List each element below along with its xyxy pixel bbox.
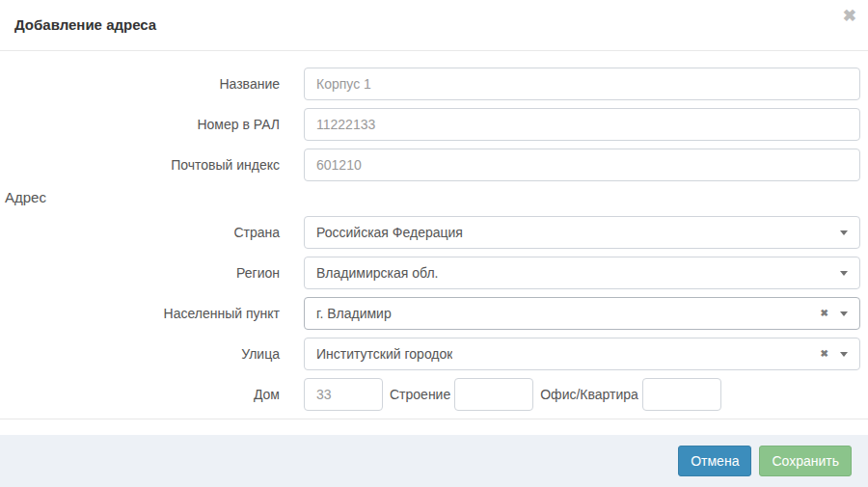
form-row-ral: Номер в РАЛ bbox=[0, 108, 860, 141]
modal-footer: Отмена Сохранить bbox=[0, 435, 868, 487]
postcode-input[interactable] bbox=[304, 149, 860, 181]
city-select-value: г. Владимир bbox=[316, 306, 392, 321]
form-row-street: Улица Институтский городок ✖ bbox=[0, 338, 860, 370]
postcode-label: Почтовый индекс bbox=[0, 157, 304, 173]
house-control: Строение Офис/Квартира bbox=[304, 378, 860, 411]
modal-header: Добавление адреса ✖ bbox=[0, 0, 868, 51]
city-control: г. Владимир ✖ bbox=[304, 297, 860, 330]
form-row-house: Дом Строение Офис/Квартира bbox=[0, 378, 860, 411]
modal-title: Добавление адреса bbox=[14, 15, 854, 35]
form-row-country: Страна Российская Федерация bbox=[0, 216, 860, 249]
city-select[interactable]: г. Владимир ✖ bbox=[304, 297, 860, 330]
modal-body: Название Номер в РАЛ Почтовый индекс Адр… bbox=[0, 51, 868, 411]
name-input[interactable] bbox=[304, 68, 860, 100]
chevron-down-icon bbox=[840, 230, 848, 235]
country-label: Страна bbox=[0, 225, 304, 240]
ral-control bbox=[304, 108, 860, 141]
country-select-value: Российская Федерация bbox=[316, 225, 463, 240]
building-label: Строение bbox=[390, 387, 450, 402]
country-control: Российская Федерация bbox=[304, 216, 860, 249]
form-row-city: Населенный пункт г. Владимир ✖ bbox=[0, 297, 860, 330]
name-control bbox=[304, 68, 860, 100]
footer-divider bbox=[0, 419, 868, 419]
region-control: Владимирская обл. bbox=[304, 257, 860, 289]
country-select[interactable]: Российская Федерация bbox=[304, 216, 860, 249]
clear-icon[interactable]: ✖ bbox=[821, 309, 828, 318]
street-select-value: Институтский городок bbox=[316, 346, 452, 362]
street-control: Институтский городок ✖ bbox=[304, 338, 860, 370]
close-icon[interactable]: ✖ bbox=[843, 8, 856, 24]
save-button[interactable]: Сохранить bbox=[759, 446, 852, 476]
clear-icon[interactable]: ✖ bbox=[821, 349, 828, 359]
postcode-control bbox=[304, 149, 860, 181]
form-row-region: Регион Владимирская обл. bbox=[0, 257, 860, 289]
add-address-modal: Добавление адреса ✖ Название Номер в РАЛ… bbox=[0, 0, 868, 487]
city-label: Населенный пункт bbox=[0, 306, 304, 321]
house-label: Дом bbox=[0, 387, 304, 402]
house-input[interactable] bbox=[304, 378, 383, 411]
street-label: Улица bbox=[0, 346, 304, 362]
name-label: Название bbox=[0, 76, 304, 92]
ral-label: Номер в РАЛ bbox=[0, 117, 304, 132]
ral-input[interactable] bbox=[304, 108, 860, 141]
chevron-down-icon bbox=[840, 311, 848, 316]
form-row-name: Название bbox=[0, 68, 860, 100]
cancel-button[interactable]: Отмена bbox=[678, 446, 751, 476]
region-select-value: Владимирская обл. bbox=[316, 265, 438, 281]
building-input[interactable] bbox=[454, 378, 533, 411]
region-select[interactable]: Владимирская обл. bbox=[304, 257, 860, 289]
street-select[interactable]: Институтский городок ✖ bbox=[304, 338, 860, 370]
office-label: Офис/Квартира bbox=[540, 387, 638, 402]
office-input[interactable] bbox=[642, 378, 721, 411]
form-row-postcode: Почтовый индекс bbox=[0, 149, 860, 181]
chevron-down-icon bbox=[840, 271, 848, 276]
address-section-label: Адрес bbox=[5, 189, 860, 206]
chevron-down-icon bbox=[840, 352, 848, 357]
region-label: Регион bbox=[0, 265, 304, 281]
